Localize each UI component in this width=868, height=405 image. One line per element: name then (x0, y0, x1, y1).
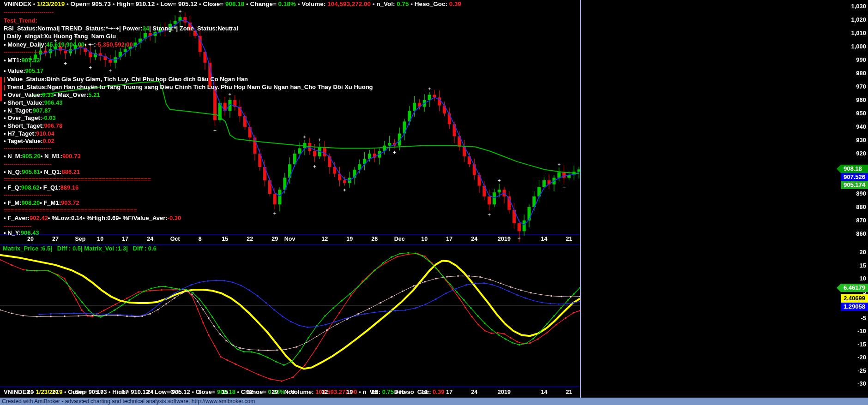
text-segment: • +-: (84, 41, 96, 48)
text-segment: • (111, 0, 116, 7)
text-segment: • (371, 0, 376, 7)
date-tick: Nov (284, 389, 295, 395)
text-segment: Trend_Status:Ngan Han chuyên tu Tang Tru… (7, 83, 373, 90)
date-tick: 12 (321, 389, 328, 395)
text-segment: • Value: (4, 67, 25, 74)
chart-canvas[interactable] (0, 0, 868, 405)
overlay-line: • MT1:907.53 (4, 56, 40, 64)
crosshair-cursor-line[interactable] (580, 0, 581, 398)
text-segment: Low= 905.12 (160, 0, 197, 7)
text-segment: High= 910.12 (112, 388, 149, 394)
callout-arrow-icon (837, 284, 841, 292)
text-segment: • Short_Taget: (4, 122, 44, 129)
text-segment: 889.16 (60, 184, 79, 191)
overlay-line: ------------------------ (4, 144, 52, 152)
overlay-line: RSI_Status:Normal| TREND_Status:*-+-+| P… (4, 24, 238, 32)
text-segment: • (296, 0, 301, 7)
text-segment: • F_Q1: (40, 184, 60, 191)
text-segment: ====================================== (4, 207, 137, 214)
pane2-title-matrix: Matrix_Price :6.5| Diff : 0.5| Matrix_Vo… (3, 244, 157, 252)
axis-tick-label: 10 (838, 275, 866, 282)
axis-tick-label: 930 (838, 137, 866, 143)
text-segment: 907.87 (33, 107, 51, 114)
text-segment: • %F/Value_Aver: (119, 214, 167, 221)
text-segment: • %Low: (48, 214, 71, 221)
text-segment: -0.03 (42, 114, 56, 121)
text-segment: 0.02 (43, 137, 54, 144)
text-segment: Heso_Goc: (415, 0, 449, 7)
text-segment: • N_Q: (4, 168, 22, 175)
overlay-line: • Short_Taget:906.78 (4, 122, 62, 130)
text-segment: 0.14 (71, 214, 83, 221)
date-tick: 27 (52, 389, 59, 395)
text-segment: ------------------------- (4, 9, 54, 16)
date-tick: 19 (346, 236, 353, 242)
date-tick: 27 (52, 236, 59, 242)
overlay-line: • N_M:905.20• N_M1:900.73 (4, 152, 81, 160)
price-callout: 908.18 (841, 165, 868, 173)
overlay-line: ------------------------ (4, 191, 52, 199)
overlay-line: | Trend_Status:Ngan Han chuyên tu Tang T… (4, 83, 373, 91)
text-segment: 0.75 (382, 388, 394, 394)
price-callout: 6.46179 (841, 284, 868, 292)
date-tick: 8 (199, 389, 202, 395)
overlay-line: • F_Aver:902.42• %Low:0.14• %High:0.69• … (4, 214, 181, 222)
overlay-line: • F_M:908.20• F_M1:903.72 (4, 199, 79, 207)
text-segment: • Over_Value: (4, 91, 42, 98)
text-segment: • (197, 0, 203, 7)
axis-tick-label: -15 (838, 341, 866, 348)
date-tick: 10 (421, 236, 428, 242)
text-segment: Open= 905.73 (71, 0, 111, 7)
text-segment: | Daily_singal:Xu Huong Tang_Nam Giu (4, 33, 116, 40)
overlay-line: • Short_Value:906.43 (4, 99, 62, 107)
date-tick: 10 (421, 389, 428, 395)
axis-tick-label: 970 (838, 83, 866, 90)
date-tick: Dec (394, 389, 405, 395)
axis-tick-label: 1,010 (838, 30, 866, 36)
overlay-line: ------------------------ (4, 160, 52, 168)
text-segment: • (357, 388, 363, 394)
text-segment: • (409, 0, 415, 7)
date-tick: 24 (471, 236, 477, 242)
date-tick: 20 (27, 389, 34, 395)
date-tick: 17 (446, 389, 452, 395)
overlay-line: ------------------------- (4, 8, 54, 16)
date-tick: 2019 (498, 236, 511, 242)
text-segment: • N_Q1: (40, 168, 61, 175)
text-segment: Volume: (301, 0, 327, 7)
axis-tick-label: 870 (838, 217, 866, 224)
axis-tick-label: 990 (838, 56, 866, 63)
axis-tick-label: 1,030 (838, 3, 866, 10)
date-tick: 8 (199, 236, 202, 242)
overlay-line: • N_Taget:907.87 (4, 107, 51, 114)
text-segment: 104,593,272.00 (327, 0, 371, 7)
date-tick: 29 (271, 236, 278, 242)
text-segment: 905.20 (22, 153, 41, 160)
callout-arrow-icon (837, 165, 841, 173)
text-segment: 0.69 (107, 214, 119, 221)
text-segment: n_Vol: (376, 0, 397, 7)
overlay-line: • N_Q:905.61• N_Q1:886.21 (4, 168, 80, 176)
date-tick: Oct (170, 236, 180, 242)
text-segment: 903.72 (61, 199, 79, 206)
red-marker-bar (0, 77, 2, 101)
overlay-line: | Value_Status:Đinh Gia Suy Giam, Tich L… (4, 75, 248, 83)
date-tick: 24 (147, 389, 153, 395)
date-tick: 24 (471, 389, 477, 395)
axis-tick-label: 1,000 (838, 43, 866, 50)
overlay-line: • H7_Taget:910.04 (4, 130, 54, 137)
text-segment: Test_Trend: (4, 17, 37, 24)
text-segment: • Taget-Value: (4, 137, 43, 144)
date-tick: Dec (394, 236, 405, 242)
overlay-line: • F_Q:908.62• F_Q1:889.16 (4, 184, 78, 191)
axis-tick-label: 1,020 (838, 16, 866, 23)
date-tick: 22 (247, 236, 253, 242)
overlay-line: • Money_Daily:45,619,904.00• +-:-5,350,5… (4, 41, 133, 48)
text-segment: 905.61 (22, 168, 40, 175)
text-segment: Value_Status:Đinh Gia Suy Giam, Tich Luy… (7, 76, 248, 83)
text-segment: 906.43 (21, 229, 39, 236)
date-tick: 26 (371, 236, 378, 242)
axis-tick-label: -5 (838, 315, 866, 322)
text-segment: 34 (143, 25, 149, 32)
date-tick: 29 (271, 389, 278, 395)
